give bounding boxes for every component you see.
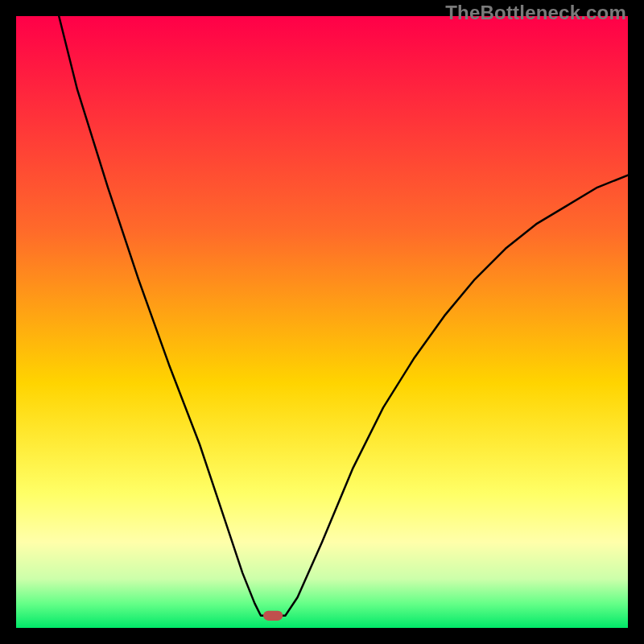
plot-area	[16, 16, 628, 628]
svg-rect-1	[263, 611, 283, 621]
watermark-text: TheBottleneck.com	[445, 2, 626, 24]
chart-frame: TheBottleneck.com	[0, 0, 644, 644]
svg-rect-0	[16, 16, 628, 628]
chart-svg	[16, 16, 628, 628]
